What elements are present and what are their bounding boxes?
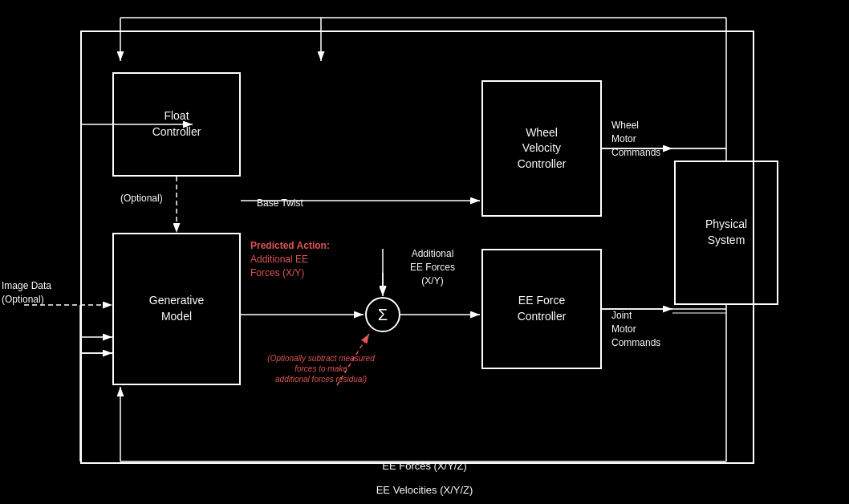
base-twist-text: Base Twist xyxy=(257,197,303,209)
image-data-text: Image Data(Optional) xyxy=(2,280,51,305)
base-twist-label: Base Twist xyxy=(257,197,303,209)
wheel-motor-commands-text: WheelMotorCommands xyxy=(611,120,660,158)
optional-subtract-text: (Optionally subtract measuredforces to m… xyxy=(267,354,374,384)
bottom-label-2: EE Velocities (X/Y/Z) xyxy=(0,484,849,496)
joint-motor-commands-text: JointMotorCommands xyxy=(611,310,660,348)
physical-system-block: PhysicalSystem xyxy=(674,161,778,305)
float-controller-label: FloatController xyxy=(152,108,201,140)
ee-velocities-label: EE Velocities (X/Y/Z) xyxy=(376,484,473,496)
joint-motor-commands-label: JointMotorCommands xyxy=(611,309,660,349)
predicted-action-title: Predicted Action: xyxy=(250,240,330,251)
predicted-action-value: Additional EEForces (X/Y) xyxy=(250,254,308,278)
additional-ee-forces-text: AdditionalEE Forces(X/Y) xyxy=(410,248,455,287)
image-data-label: Image Data(Optional) xyxy=(2,279,51,307)
ee-force-controller-block: EE ForceController xyxy=(481,249,602,369)
generative-model-block: GenerativeModel xyxy=(112,233,241,385)
bottom-label-1: EE Forces (X/Y/Z) xyxy=(0,460,849,472)
physical-system-label: PhysicalSystem xyxy=(705,217,747,248)
generative-model-label: GenerativeModel xyxy=(149,293,204,324)
ee-force-controller-label: EE ForceController xyxy=(518,293,567,324)
wheel-motor-commands-label: WheelMotorCommands xyxy=(611,119,660,159)
sigma-symbol: Σ xyxy=(378,306,388,324)
diagram-container: FloatController GenerativeModel WheelVel… xyxy=(0,0,849,504)
additional-ee-forces-label: AdditionalEE Forces(X/Y) xyxy=(388,247,477,287)
wheel-velocity-controller-block: WheelVelocityController xyxy=(481,80,602,217)
sigma-circle: Σ xyxy=(365,297,400,332)
optional-label: (Optional) xyxy=(120,193,163,204)
float-controller-block: FloatController xyxy=(112,72,241,177)
predicted-action-label: Predicted Action: Additional EEForces (X… xyxy=(250,239,330,279)
wheel-velocity-controller-label: WheelVelocityController xyxy=(518,125,567,173)
optional-text: (Optional) xyxy=(120,193,163,204)
ee-forces-label: EE Forces (X/Y/Z) xyxy=(382,460,466,472)
optional-subtract-label: (Optionally subtract measuredforces to m… xyxy=(265,353,377,384)
